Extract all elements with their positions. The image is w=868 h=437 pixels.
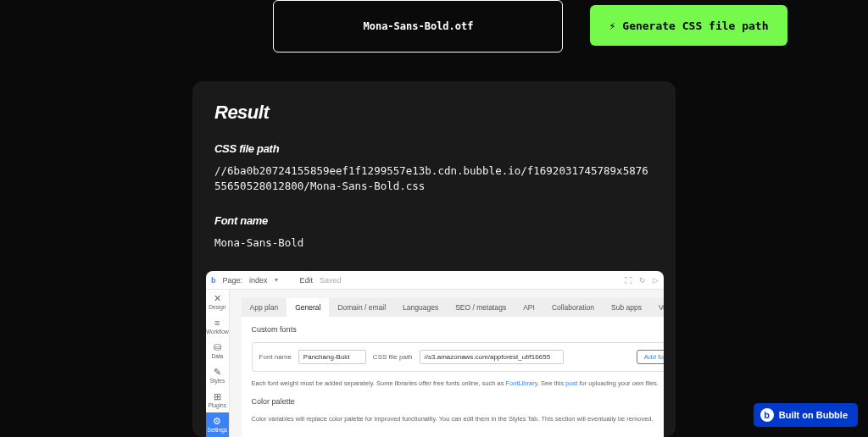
preview-icon[interactable]: ▷ [653, 276, 659, 285]
tab-domain-email[interactable]: Domain / email [329, 298, 394, 317]
refresh-icon[interactable]: ↻ [639, 276, 646, 285]
custom-fonts-help: Each font weight must be added separatel… [252, 379, 664, 388]
gift-icon[interactable]: ⛶ [625, 276, 632, 285]
post-link[interactable]: post [565, 379, 577, 387]
font-file-box[interactable]: Mona-Sans-Bold.otf [273, 0, 563, 53]
result-card: Result CSS file path //6ba0b20724155859e… [192, 81, 676, 437]
css-path-field-label: CSS file path [373, 353, 413, 361]
generate-css-label: Generate CSS file path [622, 19, 768, 32]
tab-collaboration[interactable]: Collaboration [543, 298, 603, 317]
page-name[interactable]: index [249, 276, 268, 285]
font-entry-row: Font name Panchang-Bold CSS file path //… [252, 342, 664, 372]
sidebar-item-plugins[interactable]: ⊞Plugins [206, 388, 229, 412]
data-icon: ⛁ [214, 343, 221, 352]
add-font-button[interactable]: Add font [637, 350, 664, 364]
page-label: Page: [223, 276, 243, 285]
tab-api[interactable]: API [515, 298, 543, 317]
plugins-icon: ⊞ [214, 392, 221, 401]
edit-label[interactable]: Edit [300, 276, 314, 285]
tab-general[interactable]: General [287, 298, 329, 317]
sidebar-item-workflow[interactable]: ≡Workflow [206, 314, 229, 339]
bolt-icon: ⚡ [609, 19, 615, 32]
design-icon: ✕ [214, 294, 221, 303]
bubble-logo-icon: b [211, 276, 216, 285]
sidebar-item-data[interactable]: ⛁Data [206, 339, 229, 363]
font-name-value[interactable]: Mona-Sans-Bold [214, 235, 654, 251]
styles-icon: ✎ [214, 368, 221, 377]
generate-css-button[interactable]: ⚡ Generate CSS file path [590, 5, 787, 46]
general-panel: Custom fonts Font name Panchang-Bold CSS… [242, 317, 664, 437]
tab-sub-apps[interactable]: Sub apps [603, 298, 650, 317]
css-file-path-value[interactable]: //6ba0b20724155859eef1f1299557e13b.cdn.b… [214, 163, 654, 194]
bubble-badge-icon: b [760, 408, 774, 422]
result-heading: Result [214, 102, 654, 124]
custom-fonts-heading: Custom fonts [252, 325, 664, 334]
workflow-icon: ≡ [214, 318, 220, 328]
built-on-bubble-badge[interactable]: b Built on Bubble [754, 403, 858, 427]
settings-icon: ⚙ [213, 417, 221, 426]
tab-versions[interactable]: Versions [650, 298, 664, 317]
bubble-editor-screenshot: b Page: index ▾ Edit Saved ⛶ ↻ ▷ ✕Design… [206, 271, 664, 437]
color-palette-help: Color variables will replace color palet… [252, 414, 664, 423]
tab-app-plan[interactable]: App plan [242, 298, 287, 317]
fontlibrary-link[interactable]: FontLibrary [506, 379, 537, 387]
font-name-field-label: Font name [259, 353, 292, 361]
settings-tabs: App plan General Domain / email Language… [242, 298, 664, 317]
editor-topbar: b Page: index ▾ Edit Saved ⛶ ↻ ▷ [206, 271, 664, 290]
editor-main: App plan General Domain / email Language… [230, 290, 664, 437]
font-name-input[interactable]: Panchang-Bold [298, 350, 366, 364]
color-palette-heading: Color palette [252, 397, 664, 406]
chevron-down-icon[interactable]: ▾ [275, 276, 278, 284]
sidebar-item-settings[interactable]: ⚙Settings [206, 412, 229, 437]
css-file-path-label: CSS file path [214, 142, 654, 155]
editor-sidebar: ✕Design ≡Workflow ⛁Data ✎Styles ⊞Plugins… [206, 290, 230, 437]
tab-languages[interactable]: Languages [394, 298, 447, 317]
css-path-input[interactable]: //s3.amazonaws.com/appforest_uf/f16655 [420, 350, 564, 364]
built-on-bubble-label: Built on Bubble [779, 410, 848, 420]
sidebar-item-design[interactable]: ✕Design [206, 290, 229, 314]
font-name-label: Font name [214, 214, 654, 227]
saved-label: Saved [320, 276, 342, 285]
tab-seo-metatags[interactable]: SEO / metatags [447, 298, 515, 317]
sidebar-item-styles[interactable]: ✎Styles [206, 363, 229, 388]
